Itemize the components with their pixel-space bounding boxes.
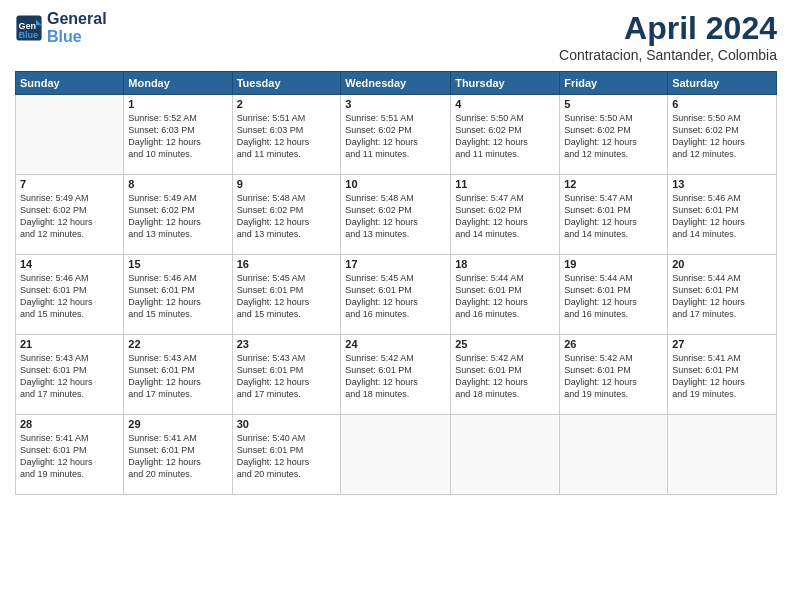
- day-number: 12: [564, 178, 663, 190]
- day-info: Sunrise: 5:47 AMSunset: 6:01 PMDaylight:…: [564, 193, 637, 239]
- day-number: 14: [20, 258, 119, 270]
- calendar-cell: 14Sunrise: 5:46 AMSunset: 6:01 PMDayligh…: [16, 255, 124, 335]
- calendar-cell: [668, 415, 777, 495]
- calendar-cell: 12Sunrise: 5:47 AMSunset: 6:01 PMDayligh…: [560, 175, 668, 255]
- month-title: April 2024: [559, 10, 777, 47]
- calendar-cell: 10Sunrise: 5:48 AMSunset: 6:02 PMDayligh…: [341, 175, 451, 255]
- day-info: Sunrise: 5:48 AMSunset: 6:02 PMDaylight:…: [237, 193, 310, 239]
- day-number: 2: [237, 98, 337, 110]
- day-info: Sunrise: 5:50 AMSunset: 6:02 PMDaylight:…: [564, 113, 637, 159]
- calendar-cell: 18Sunrise: 5:44 AMSunset: 6:01 PMDayligh…: [451, 255, 560, 335]
- calendar-cell: 4Sunrise: 5:50 AMSunset: 6:02 PMDaylight…: [451, 95, 560, 175]
- day-number: 8: [128, 178, 227, 190]
- calendar-cell: 15Sunrise: 5:46 AMSunset: 6:01 PMDayligh…: [124, 255, 232, 335]
- day-info: Sunrise: 5:42 AMSunset: 6:01 PMDaylight:…: [345, 353, 418, 399]
- day-number: 25: [455, 338, 555, 350]
- day-info: Sunrise: 5:45 AMSunset: 6:01 PMDaylight:…: [345, 273, 418, 319]
- weekday-header-sunday: Sunday: [16, 72, 124, 95]
- weekday-header-wednesday: Wednesday: [341, 72, 451, 95]
- weekday-header-thursday: Thursday: [451, 72, 560, 95]
- page-container: Gen Blue General Blue April 2024 Contrat…: [0, 0, 792, 505]
- day-number: 1: [128, 98, 227, 110]
- location-title: Contratacion, Santander, Colombia: [559, 47, 777, 63]
- day-number: 16: [237, 258, 337, 270]
- calendar-cell: 13Sunrise: 5:46 AMSunset: 6:01 PMDayligh…: [668, 175, 777, 255]
- svg-text:Blue: Blue: [19, 29, 39, 39]
- day-info: Sunrise: 5:52 AMSunset: 6:03 PMDaylight:…: [128, 113, 201, 159]
- day-number: 30: [237, 418, 337, 430]
- calendar-cell: 2Sunrise: 5:51 AMSunset: 6:03 PMDaylight…: [232, 95, 341, 175]
- calendar-cell: 28Sunrise: 5:41 AMSunset: 6:01 PMDayligh…: [16, 415, 124, 495]
- day-number: 21: [20, 338, 119, 350]
- calendar-cell: 19Sunrise: 5:44 AMSunset: 6:01 PMDayligh…: [560, 255, 668, 335]
- day-number: 15: [128, 258, 227, 270]
- day-number: 24: [345, 338, 446, 350]
- calendar-cell: 20Sunrise: 5:44 AMSunset: 6:01 PMDayligh…: [668, 255, 777, 335]
- day-number: 23: [237, 338, 337, 350]
- day-number: 3: [345, 98, 446, 110]
- day-info: Sunrise: 5:46 AMSunset: 6:01 PMDaylight:…: [20, 273, 93, 319]
- day-number: 9: [237, 178, 337, 190]
- calendar-cell: 30Sunrise: 5:40 AMSunset: 6:01 PMDayligh…: [232, 415, 341, 495]
- day-info: Sunrise: 5:50 AMSunset: 6:02 PMDaylight:…: [672, 113, 745, 159]
- day-info: Sunrise: 5:49 AMSunset: 6:02 PMDaylight:…: [128, 193, 201, 239]
- calendar-cell: 22Sunrise: 5:43 AMSunset: 6:01 PMDayligh…: [124, 335, 232, 415]
- day-info: Sunrise: 5:43 AMSunset: 6:01 PMDaylight:…: [128, 353, 201, 399]
- day-number: 19: [564, 258, 663, 270]
- calendar-cell: 11Sunrise: 5:47 AMSunset: 6:02 PMDayligh…: [451, 175, 560, 255]
- title-area: April 2024 Contratacion, Santander, Colo…: [559, 10, 777, 63]
- day-info: Sunrise: 5:42 AMSunset: 6:01 PMDaylight:…: [564, 353, 637, 399]
- day-number: 29: [128, 418, 227, 430]
- calendar-cell: 29Sunrise: 5:41 AMSunset: 6:01 PMDayligh…: [124, 415, 232, 495]
- calendar-cell: [341, 415, 451, 495]
- week-row-5: 28Sunrise: 5:41 AMSunset: 6:01 PMDayligh…: [16, 415, 777, 495]
- day-number: 27: [672, 338, 772, 350]
- day-info: Sunrise: 5:41 AMSunset: 6:01 PMDaylight:…: [20, 433, 93, 479]
- day-info: Sunrise: 5:46 AMSunset: 6:01 PMDaylight:…: [672, 193, 745, 239]
- week-row-4: 21Sunrise: 5:43 AMSunset: 6:01 PMDayligh…: [16, 335, 777, 415]
- day-info: Sunrise: 5:50 AMSunset: 6:02 PMDaylight:…: [455, 113, 528, 159]
- day-info: Sunrise: 5:48 AMSunset: 6:02 PMDaylight:…: [345, 193, 418, 239]
- weekday-header-row: SundayMondayTuesdayWednesdayThursdayFrid…: [16, 72, 777, 95]
- day-info: Sunrise: 5:40 AMSunset: 6:01 PMDaylight:…: [237, 433, 310, 479]
- logo-text: General Blue: [47, 10, 107, 45]
- day-number: 28: [20, 418, 119, 430]
- calendar-cell: [16, 95, 124, 175]
- logo: Gen Blue General Blue: [15, 10, 107, 45]
- calendar-cell: 17Sunrise: 5:45 AMSunset: 6:01 PMDayligh…: [341, 255, 451, 335]
- day-info: Sunrise: 5:51 AMSunset: 6:03 PMDaylight:…: [237, 113, 310, 159]
- day-info: Sunrise: 5:46 AMSunset: 6:01 PMDaylight:…: [128, 273, 201, 319]
- day-number: 18: [455, 258, 555, 270]
- day-number: 4: [455, 98, 555, 110]
- day-number: 5: [564, 98, 663, 110]
- week-row-3: 14Sunrise: 5:46 AMSunset: 6:01 PMDayligh…: [16, 255, 777, 335]
- calendar-table: SundayMondayTuesdayWednesdayThursdayFrid…: [15, 71, 777, 495]
- day-info: Sunrise: 5:44 AMSunset: 6:01 PMDaylight:…: [455, 273, 528, 319]
- day-info: Sunrise: 5:42 AMSunset: 6:01 PMDaylight:…: [455, 353, 528, 399]
- calendar-cell: 7Sunrise: 5:49 AMSunset: 6:02 PMDaylight…: [16, 175, 124, 255]
- week-row-2: 7Sunrise: 5:49 AMSunset: 6:02 PMDaylight…: [16, 175, 777, 255]
- day-info: Sunrise: 5:43 AMSunset: 6:01 PMDaylight:…: [237, 353, 310, 399]
- calendar-cell: 8Sunrise: 5:49 AMSunset: 6:02 PMDaylight…: [124, 175, 232, 255]
- logo-icon: Gen Blue: [15, 14, 43, 42]
- calendar-cell: 1Sunrise: 5:52 AMSunset: 6:03 PMDaylight…: [124, 95, 232, 175]
- day-number: 6: [672, 98, 772, 110]
- calendar-cell: [451, 415, 560, 495]
- calendar-cell: 9Sunrise: 5:48 AMSunset: 6:02 PMDaylight…: [232, 175, 341, 255]
- calendar-cell: 6Sunrise: 5:50 AMSunset: 6:02 PMDaylight…: [668, 95, 777, 175]
- weekday-header-tuesday: Tuesday: [232, 72, 341, 95]
- day-info: Sunrise: 5:51 AMSunset: 6:02 PMDaylight:…: [345, 113, 418, 159]
- weekday-header-saturday: Saturday: [668, 72, 777, 95]
- day-info: Sunrise: 5:43 AMSunset: 6:01 PMDaylight:…: [20, 353, 93, 399]
- day-info: Sunrise: 5:44 AMSunset: 6:01 PMDaylight:…: [564, 273, 637, 319]
- calendar-cell: 27Sunrise: 5:41 AMSunset: 6:01 PMDayligh…: [668, 335, 777, 415]
- day-number: 7: [20, 178, 119, 190]
- day-number: 20: [672, 258, 772, 270]
- calendar-cell: 24Sunrise: 5:42 AMSunset: 6:01 PMDayligh…: [341, 335, 451, 415]
- calendar-cell: [560, 415, 668, 495]
- day-info: Sunrise: 5:47 AMSunset: 6:02 PMDaylight:…: [455, 193, 528, 239]
- day-number: 10: [345, 178, 446, 190]
- day-number: 22: [128, 338, 227, 350]
- day-info: Sunrise: 5:44 AMSunset: 6:01 PMDaylight:…: [672, 273, 745, 319]
- weekday-header-monday: Monday: [124, 72, 232, 95]
